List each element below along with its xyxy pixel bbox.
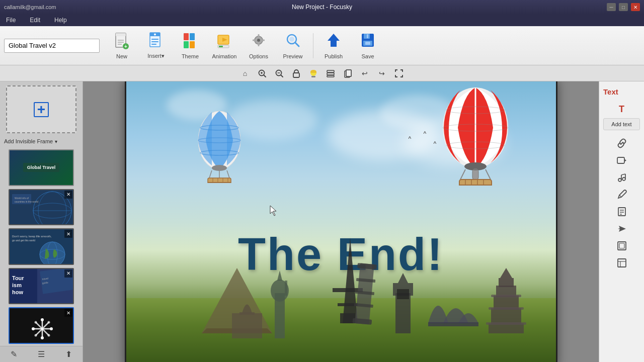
svg-point-22	[257, 39, 260, 42]
slide-item[interactable]: ✕	[9, 307, 74, 344]
svg-line-150	[621, 142, 623, 144]
svg-marker-117	[343, 238, 358, 323]
add-frame-button[interactable]: +	[6, 85, 76, 133]
close-btn[interactable]: ✕	[631, 3, 640, 11]
svg-rect-25	[253, 39, 255, 41]
svg-point-153	[618, 178, 621, 182]
link-icon[interactable]	[601, 136, 642, 151]
insert-label: Insert▾	[147, 53, 165, 59]
publish-button[interactable]: Publish	[317, 29, 350, 63]
plane-icon[interactable]	[601, 221, 642, 236]
svg-point-85	[48, 321, 50, 324]
options-label: Options	[249, 53, 268, 59]
save-icon	[360, 32, 376, 52]
svg-rect-12	[151, 44, 156, 45]
svg-rect-110	[473, 168, 477, 170]
slide-close-btn[interactable]: ✕	[64, 191, 72, 199]
svg-text:Tour: Tour	[12, 275, 24, 281]
slide-close-btn[interactable]: ✕	[64, 230, 72, 238]
svg-point-9	[154, 34, 156, 36]
notes-icon[interactable]	[601, 204, 642, 219]
menu-edit[interactable]: Edit	[28, 16, 42, 25]
add-invisible-frame-btn[interactable]: Add Invisible Frame ▾	[0, 137, 83, 147]
svg-rect-146	[491, 295, 521, 297]
svg-text:+: +	[124, 44, 127, 49]
svg-rect-135	[428, 322, 478, 326]
video-icon[interactable]	[601, 153, 642, 168]
theme-icon	[182, 32, 198, 52]
slide-close-btn[interactable]: ✕	[64, 309, 72, 317]
svg-rect-109	[472, 169, 478, 179]
insert-button[interactable]: Insert▾	[140, 29, 172, 63]
zoom-in-btn[interactable]	[255, 67, 269, 80]
layers-btn[interactable]	[324, 67, 338, 80]
svg-rect-33	[367, 34, 368, 38]
svg-rect-35	[365, 42, 370, 45]
frame2-icon[interactable]	[601, 255, 642, 270]
edit-pencil-icon[interactable]: ✎	[11, 349, 17, 359]
menu-file[interactable]: File	[4, 16, 18, 25]
svg-rect-1	[116, 33, 126, 36]
list-view-icon[interactable]: ☰	[38, 349, 45, 359]
theme-button[interactable]: Theme	[174, 29, 206, 63]
minimize-btn[interactable]: ─	[607, 3, 616, 11]
copy-style-btn[interactable]	[341, 67, 355, 80]
export-slide-icon[interactable]: ⬆	[65, 349, 72, 359]
lock-btn[interactable]	[289, 67, 303, 80]
dropdown-arrow-icon: ▾	[55, 139, 57, 144]
svg-rect-23	[258, 34, 260, 37]
svg-text:go and get this world: go and get this world	[12, 239, 35, 242]
fullscreen-btn[interactable]	[392, 67, 406, 80]
svg-line-108	[486, 169, 491, 179]
redo-btn[interactable]: ↪	[375, 67, 389, 80]
maximize-btn[interactable]: □	[619, 3, 628, 11]
slide-item[interactable]: ✕ World info of countries in the world	[9, 189, 74, 226]
svg-point-81	[32, 327, 35, 330]
slide-4-preview: Tour ism how travel guide	[10, 269, 73, 304]
slide-item[interactable]: ✕ Don't worry, keep life smooth, go and …	[9, 228, 74, 265]
svg-rect-145	[489, 307, 524, 310]
home-btn[interactable]: ⌂	[238, 67, 252, 80]
svg-point-63	[40, 242, 65, 265]
svg-text:Don't worry, keep life smooth,: Don't worry, keep life smooth,	[12, 235, 52, 238]
zoom-out-btn[interactable]	[272, 67, 286, 80]
slide-1-preview: Global Travel	[10, 150, 73, 185]
slide-item[interactable]: ✕ Tour ism how travel guide	[9, 268, 74, 305]
svg-point-84	[48, 334, 50, 337]
svg-rect-147	[232, 313, 262, 338]
undo-btn[interactable]: ↩	[358, 67, 372, 80]
svg-rect-164	[619, 243, 624, 248]
svg-marker-152	[624, 159, 626, 162]
red-balloon	[435, 85, 516, 186]
music-icon[interactable]	[601, 170, 642, 185]
new-button[interactable]: + New	[106, 29, 138, 63]
effects-icon[interactable]	[601, 187, 642, 202]
animation-button[interactable]: Animation	[208, 29, 240, 63]
preview-button[interactable]: Preview	[277, 29, 309, 63]
svg-point-86	[35, 334, 37, 337]
slide-close-btn[interactable]: ✕	[64, 269, 72, 278]
text-tool-icon[interactable]: T	[601, 102, 642, 117]
menu-help[interactable]: Help	[52, 16, 69, 25]
presentation-canvas[interactable]: ∧ ∧ ∧ ∧ ∧	[125, 81, 557, 362]
save-label: Save	[361, 53, 374, 59]
save-button[interactable]: Save	[352, 29, 384, 63]
svg-rect-10	[151, 39, 158, 40]
svg-point-28	[289, 37, 294, 42]
frame-icon[interactable]	[601, 238, 642, 253]
plus-icon: +	[34, 102, 49, 117]
svg-rect-144	[486, 322, 526, 325]
svg-rect-139	[491, 308, 521, 324]
color-btn[interactable]	[306, 67, 320, 80]
svg-rect-20	[219, 46, 223, 47]
add-text-button[interactable]: Add text	[603, 118, 640, 130]
svg-marker-133	[277, 270, 282, 281]
svg-point-82	[50, 327, 53, 330]
svg-line-157	[621, 174, 625, 175]
project-name-input[interactable]	[4, 39, 100, 53]
blue-balloon	[192, 108, 247, 183]
slide-2-preview: World info of countries in the world	[10, 190, 73, 225]
slide-item[interactable]: Global Travel	[9, 149, 74, 186]
options-button[interactable]: Options	[243, 29, 275, 63]
svg-rect-116	[459, 185, 492, 186]
